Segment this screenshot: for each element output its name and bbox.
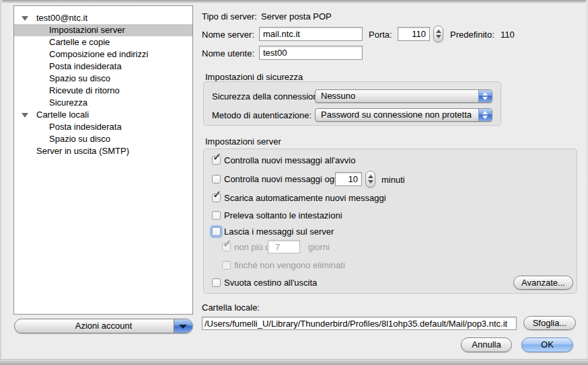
window-bottom-edge <box>0 359 588 365</box>
port-stepper[interactable] <box>433 26 443 42</box>
at-most-days-checkbox[interactable] <box>222 243 231 251</box>
tree-item-label: Spazio su disco <box>14 134 110 144</box>
port-default-value: 110 <box>501 30 515 40</box>
popup-arrows-icon <box>478 90 492 102</box>
account-actions-button[interactable]: Azioni account <box>14 319 193 333</box>
account-actions-label: Azioni account <box>15 319 192 333</box>
port-label: Porta: <box>369 30 392 40</box>
security-section-heading: Impostazioni di sicurezza <box>205 72 303 82</box>
stepper-up-icon <box>436 30 441 33</box>
server-type-label: Tipo di server: <box>202 11 257 22</box>
tree-item-label: Server in uscita (SMTP) <box>14 146 129 156</box>
minutes-stepper[interactable] <box>365 171 375 188</box>
tree-item-local-junk[interactable]: Posta indesiderata <box>14 121 192 133</box>
connection-security-value: Nessuno <box>321 90 355 102</box>
account-settings-dialog: test00@ntc.it Impostazioni server Cartel… <box>0 0 588 365</box>
username-input[interactable] <box>259 46 363 60</box>
leave-on-server-row: Lascia i messaggi sul server <box>212 227 334 239</box>
at-most-days-label: non più di <box>234 242 272 252</box>
auto-download-checkbox[interactable] <box>212 194 221 202</box>
tree-item-junk[interactable]: Posta indesiderata <box>14 60 192 73</box>
tree-item-label: Posta indesiderata <box>14 122 122 132</box>
disclosure-triangle-icon[interactable] <box>22 16 28 21</box>
empty-trash-label: Svuota cestino all'uscita <box>224 278 317 288</box>
server-type-value: Server posta POP <box>261 11 332 22</box>
headers-only-checkbox[interactable] <box>212 211 221 220</box>
tree-item-local-disk-space[interactable]: Spazio su disco <box>14 133 192 145</box>
check-startup-label: Controlla nuovi messaggi all'avvio <box>224 155 355 165</box>
headers-only-label: Preleva soltanto le intestazioni <box>224 210 342 220</box>
minutes-suffix-label: minuti <box>381 175 405 185</box>
port-input[interactable] <box>398 27 430 41</box>
until-deleted-checkbox[interactable] <box>222 261 231 270</box>
tree-item-label: Ricevute di ritorno <box>14 85 120 95</box>
days-suffix-label: giorni <box>308 242 330 252</box>
ok-button[interactable]: OK <box>521 337 573 352</box>
auth-method-value: Password su connessione non protetta <box>321 109 472 121</box>
tree-item-label: Cartelle e copie <box>14 37 110 47</box>
tree-item-label: Impostazioni server <box>14 25 125 35</box>
leave-on-server-checkbox[interactable] <box>212 227 221 236</box>
check-startup-checkbox[interactable] <box>212 156 221 165</box>
leave-on-server-label: Lascia i messaggi sul server <box>224 227 334 237</box>
until-deleted-row: finché non vengono eliminati <box>222 260 345 272</box>
popup-arrows-icon <box>478 109 492 121</box>
tree-item-composition[interactable]: Composizione ed indirizzi <box>14 48 192 60</box>
tree-item-security[interactable]: Sicurezza <box>14 97 192 109</box>
tree-item-account[interactable]: test00@ntc.it <box>14 12 192 24</box>
empty-trash-row: Svuota cestino all'uscita <box>212 278 317 290</box>
tree-item-label: Composizione ed indirizzi <box>14 49 148 59</box>
window-left-edge <box>0 0 2 365</box>
headers-only-row: Preleva soltanto le intestazioni <box>212 210 342 222</box>
empty-trash-checkbox[interactable] <box>212 278 221 287</box>
username-label: Nome utente: <box>202 48 254 58</box>
stepper-down-icon <box>436 35 441 38</box>
tree-item-return-receipts[interactable]: Ricevute di ritorno <box>14 85 192 97</box>
auth-method-label: Metodo di autenticazione: <box>212 110 311 120</box>
local-folder-path-input[interactable] <box>202 317 517 330</box>
until-deleted-label: finché non vengono eliminati <box>234 260 345 270</box>
dropdown-arrow-segment[interactable] <box>174 319 192 333</box>
disclosure-triangle-icon[interactable] <box>22 113 28 118</box>
check-every-label: Controlla nuovi messaggi ogni <box>224 174 341 184</box>
tree-item-label: Posta indesiderata <box>14 61 122 71</box>
at-most-days-input[interactable] <box>268 240 300 253</box>
tree-item-label: Spazio su disco <box>14 73 110 83</box>
tree-item-local-folders[interactable]: Cartelle locali <box>14 109 192 121</box>
tree-item-server-settings[interactable]: Impostazioni server <box>14 24 192 36</box>
at-most-days-row: non più di <box>222 242 272 254</box>
window-top-edge <box>0 0 588 3</box>
stepper-up-icon <box>368 175 373 178</box>
browse-button[interactable]: Sfoglia... <box>523 316 576 330</box>
cancel-button[interactable]: Annulla <box>461 337 512 352</box>
account-tree: test00@ntc.it Impostazioni server Cartel… <box>13 5 193 315</box>
tree-item-disk-space[interactable]: Spazio su disco <box>14 73 192 85</box>
auth-method-select[interactable]: Password su connessione non protetta <box>315 108 492 122</box>
port-default-label: Predefinito: <box>450 30 494 40</box>
chevron-down-icon <box>179 325 187 329</box>
tree-item-smtp[interactable]: Server in uscita (SMTP) <box>14 145 192 157</box>
auto-download-label: Scarica automaticamente nuovi messaggi <box>224 193 386 203</box>
server-name-label: Nome server: <box>202 30 254 40</box>
stepper-down-icon <box>368 180 373 184</box>
server-name-input[interactable] <box>259 27 363 41</box>
check-every-row: Controlla nuovi messaggi ogni <box>212 174 341 186</box>
server-section-heading: Impostazioni server <box>205 136 281 147</box>
local-folder-label: Cartella locale: <box>202 302 260 313</box>
connection-security-label: Sicurezza della connessione: <box>212 91 325 102</box>
check-every-minutes-input[interactable] <box>335 172 362 186</box>
tree-item-copies-folders[interactable]: Cartelle e copie <box>14 36 192 48</box>
check-every-checkbox[interactable] <box>212 175 221 184</box>
tree-item-label: Sicurezza <box>14 97 87 108</box>
check-startup-row: Controlla nuovi messaggi all'avvio <box>212 155 355 167</box>
connection-security-select[interactable]: Nessuno <box>315 89 492 103</box>
advanced-button[interactable]: Avanzate... <box>513 276 573 290</box>
auto-download-row: Scarica automaticamente nuovi messaggi <box>212 193 386 205</box>
